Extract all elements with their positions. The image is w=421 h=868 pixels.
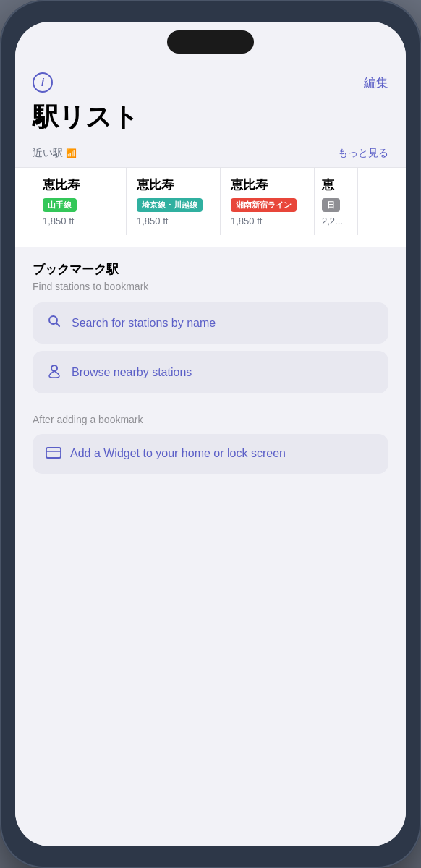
phone-shell: i 編集 駅リスト 近い駅 📶 もっと見る 恵比寿 山手線: [0, 0, 421, 868]
nearby-label: 近い駅 📶: [33, 147, 77, 160]
line-badge: 日: [322, 198, 340, 212]
top-bar: i 編集: [15, 65, 406, 97]
station-dist: 1,850 ft: [137, 216, 210, 226]
after-bookmark-section: After adding a bookmark Add a Widget to …: [15, 401, 406, 474]
search-icon: [46, 314, 63, 332]
line-badge: 湘南新宿ライン: [231, 198, 297, 212]
more-link[interactable]: もっと見る: [338, 147, 388, 160]
phone-screen: i 編集 駅リスト 近い駅 📶 もっと見る 恵比寿 山手線: [15, 22, 406, 846]
stations-scroll[interactable]: 恵比寿 山手線 1,850 ft 恵比寿 埼京線・川越線 1,850 ft 恵比…: [15, 167, 406, 247]
station-card[interactable]: 恵比寿 湘南新宿ライン 1,850 ft: [221, 168, 315, 235]
widget-label: Add a Widget to your home or lock screen: [70, 446, 286, 461]
station-card[interactable]: 恵比寿 埼京線・川越線 1,850 ft: [127, 168, 221, 235]
station-dist: 1,850 ft: [231, 216, 304, 226]
bookmark-subtitle: Find stations to bookmark: [33, 281, 388, 292]
nearby-section-header: 近い駅 📶 もっと見る: [15, 147, 406, 167]
station-card[interactable]: 恵比寿 山手線 1,850 ft: [33, 168, 127, 235]
widget-icon: [46, 447, 61, 462]
line-badge: 山手線: [43, 198, 77, 212]
station-name: 恵比寿: [231, 176, 304, 193]
bookmark-title: ブックマーク駅: [33, 261, 388, 278]
browse-label: Browse nearby stations: [72, 366, 192, 379]
svg-rect-3: [46, 448, 61, 458]
line-badge: 埼京線・川越線: [137, 198, 203, 212]
after-label: After adding a bookmark: [33, 414, 388, 425]
station-dist: 2,2...: [322, 216, 350, 226]
screen-content: i 編集 駅リスト 近い駅 📶 もっと見る 恵比寿 山手線: [15, 22, 406, 846]
station-name: 恵比寿: [137, 176, 210, 193]
edit-button[interactable]: 編集: [364, 75, 388, 91]
signal-icon: 📶: [66, 148, 77, 158]
info-icon[interactable]: i: [33, 72, 53, 93]
add-widget-button[interactable]: Add a Widget to your home or lock screen: [33, 434, 388, 474]
location-icon: [46, 362, 63, 382]
svg-line-1: [56, 323, 60, 327]
page-title: 駅リスト: [15, 97, 406, 147]
svg-point-2: [51, 365, 57, 371]
search-label: Search for stations by name: [72, 317, 216, 330]
browse-stations-button[interactable]: Browse nearby stations: [33, 351, 388, 393]
bookmark-section: ブックマーク駅 Find stations to bookmark Search…: [15, 247, 406, 393]
station-dist: 1,850 ft: [43, 216, 116, 226]
search-stations-button[interactable]: Search for stations by name: [33, 302, 388, 344]
notch: [167, 30, 254, 54]
station-name: 恵: [322, 176, 350, 193]
station-name: 恵比寿: [43, 176, 116, 193]
station-card-partial: 恵 日 2,2...: [315, 168, 358, 235]
